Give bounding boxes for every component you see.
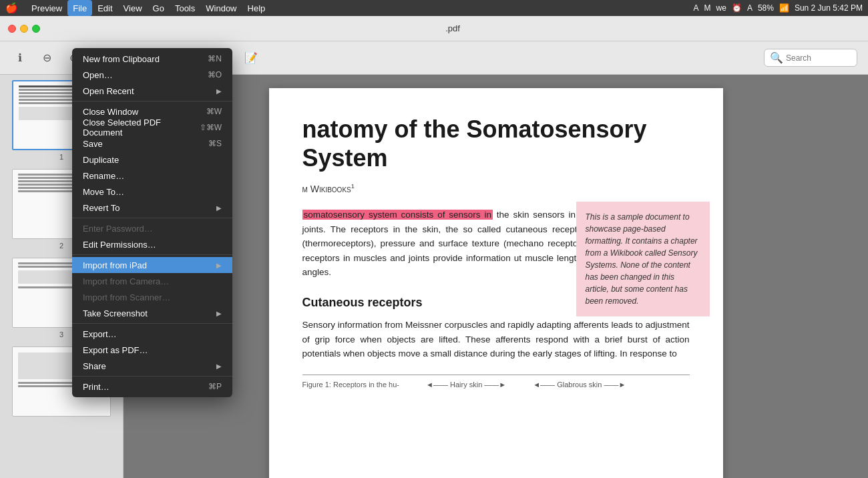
menu-item-take-screenshot[interactable]: Take Screenshot: [72, 305, 232, 321]
hairy-skin-label: ◄—— Hairy skin ——►: [426, 381, 506, 389]
menu-item-shortcut: ⌘N: [208, 54, 222, 63]
we-icon: we: [716, 3, 726, 13]
menu-item-shortcut: ⌘W: [206, 107, 222, 116]
menu-window[interactable]: Window: [200, 0, 242, 16]
datetime: Sun 2 Jun 5:42 PM: [795, 3, 863, 13]
search-input[interactable]: [786, 53, 851, 63]
menu-preview[interactable]: Preview: [26, 0, 67, 16]
a-accessibility: A: [747, 3, 752, 13]
menu-bar: 🍎 Preview File Edit View Go Tools Window…: [0, 0, 868, 16]
menu-separator: [72, 323, 232, 324]
menu-item-label: Share: [83, 361, 106, 371]
menu-item-rename…[interactable]: Rename…: [72, 168, 232, 184]
document-page: natomy of the Somatosensory System m Wik…: [269, 88, 723, 478]
menu-item-label: Edit Permissions…: [83, 240, 156, 250]
glabrous-skin-label: ◄—— Glabrous skin ——►: [533, 381, 626, 389]
clock-icon: ⏰: [732, 3, 742, 13]
minimize-button[interactable]: [20, 25, 28, 33]
info-button[interactable]: ℹ: [11, 49, 29, 67]
menu-item-enter-password…: Enter Password…: [72, 220, 232, 236]
document-area[interactable]: natomy of the Somatosensory System m Wik…: [124, 75, 868, 478]
doc-sidebar-box: This is a sample document to showcase pa…: [576, 202, 710, 316]
menu-item-revert-to[interactable]: Revert To: [72, 200, 232, 216]
menu-item-label: Export as PDF…: [83, 345, 148, 355]
menu-item-shortcut: ⌘O: [208, 70, 222, 79]
menu-item-label: Import from iPad: [83, 260, 147, 270]
apple-menu[interactable]: 🍎: [5, 2, 18, 14]
wifi-icon: 📶: [779, 3, 789, 13]
menu-tools[interactable]: Tools: [170, 0, 200, 16]
title-bar: .pdf: [0, 16, 868, 41]
menu-item-export-as-pdf…[interactable]: Export as PDF…: [72, 342, 232, 358]
window-title: .pdf: [45, 23, 860, 33]
traffic-lights: [8, 25, 40, 33]
menu-item-label: Save: [83, 139, 103, 149]
menu-item-share[interactable]: Share: [72, 358, 232, 374]
menu-item-shortcut: ⇧⌘W: [200, 123, 222, 132]
menu-item-label: Enter Password…: [83, 224, 153, 234]
menu-item-label: New from Clipboard: [83, 54, 160, 64]
thumb-line: [18, 177, 73, 179]
battery-status: 58%: [758, 3, 774, 13]
doc-author: m Wikibooks1: [302, 183, 690, 194]
thumb-line: [18, 187, 73, 189]
mail-icon: M: [704, 3, 711, 13]
menu-separator: [72, 218, 232, 218]
annotate-button[interactable]: 📝: [242, 49, 260, 67]
doc-bottom-bar: Figure 1: Receptors in the hu- ◄—— Hairy…: [302, 375, 690, 389]
menu-item-shortcut: ⌘P: [208, 382, 222, 391]
menu-separator: [72, 376, 232, 377]
menu-item-close-selected-pdf-document[interactable]: Close Selected PDF Document⇧⌘W: [72, 120, 232, 136]
menu-item-edit-permissions…[interactable]: Edit Permissions…: [72, 236, 232, 252]
menu-item-label: Revert To: [83, 203, 120, 213]
menu-go[interactable]: Go: [148, 0, 170, 16]
maximize-button[interactable]: [32, 25, 40, 33]
thumb-line: [19, 89, 73, 91]
menu-item-import-from-camera…: Import from Camera…: [72, 273, 232, 289]
menu-item-shortcut: ⌘S: [208, 139, 222, 148]
menu-item-label: Open…: [83, 70, 113, 80]
thumb-line: [19, 99, 73, 101]
menu-bar-right: A M we ⏰ A 58% 📶 Sun 2 Jun 5:42 PM: [694, 3, 863, 13]
doc-title: natomy of the Somatosensory System: [302, 115, 690, 172]
menu-item-duplicate[interactable]: Duplicate: [72, 152, 232, 168]
doc-highlight: somatosensory system consists of sensors…: [302, 210, 493, 220]
menu-file[interactable]: File: [67, 0, 92, 16]
file-menu-dropdown: New from Clipboard⌘NOpen…⌘OOpen RecentCl…: [72, 48, 232, 397]
menu-item-open-recent[interactable]: Open Recent: [72, 83, 232, 99]
menu-item-label: Close Window: [83, 107, 138, 117]
menu-item-print…[interactable]: Print…⌘P: [72, 379, 232, 395]
menu-edit[interactable]: Edit: [92, 0, 118, 16]
menu-item-label: Import from Camera…: [83, 276, 169, 286]
menu-item-open…[interactable]: Open…⌘O: [72, 67, 232, 83]
thumb-line: [18, 266, 73, 268]
close-button[interactable]: [8, 25, 16, 33]
menu-item-export…[interactable]: Export…: [72, 326, 232, 342]
menu-item-label: Duplicate: [83, 155, 119, 165]
menu-item-import-from-scanner…: Import from Scanner…: [72, 289, 232, 305]
menu-item-label: Rename…: [83, 171, 124, 181]
figure-caption: Figure 1: Receptors in the hu-: [302, 381, 400, 389]
menu-item-label: Move To…: [83, 187, 124, 197]
menu-item-label: Export…: [83, 329, 117, 339]
doc-paragraph-2: Sensory information from Meissner corpus…: [302, 318, 690, 361]
menu-separator: [72, 101, 232, 101]
menu-item-label: Open Recent: [83, 86, 134, 96]
menu-item-label: Import from Scanner…: [83, 292, 171, 302]
menu-item-save[interactable]: Save⌘S: [72, 136, 232, 152]
menu-item-label: Close Selected PDF Document: [83, 117, 200, 138]
menu-view[interactable]: View: [118, 0, 148, 16]
thumb-line: [18, 385, 73, 387]
search-box[interactable]: 🔍: [764, 49, 857, 67]
menu-separator: [72, 254, 232, 255]
search-icon: 🔍: [770, 51, 783, 64]
menu-item-import-from-ipad[interactable]: Import from iPad: [72, 257, 232, 273]
menu-help[interactable]: Help: [242, 0, 271, 16]
menu-item-label: Print…: [83, 382, 110, 392]
menu-item-move-to…[interactable]: Move To…: [72, 184, 232, 200]
zoom-out-button[interactable]: ⊖: [37, 49, 56, 67]
menu-item-new-from-clipboard[interactable]: New from Clipboard⌘N: [72, 51, 232, 67]
keyboard-icon: A: [694, 3, 699, 13]
menu-item-label: Take Screenshot: [83, 308, 148, 318]
